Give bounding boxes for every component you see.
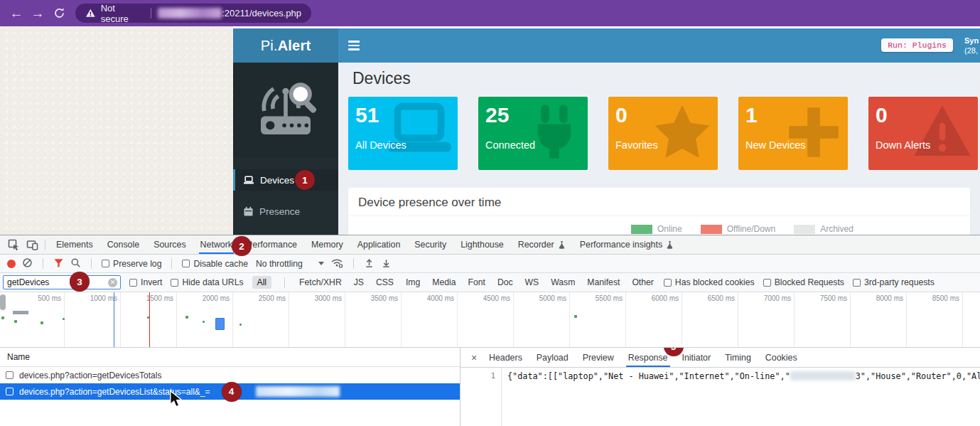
third-party-requests-checkbox[interactable]: 3rd-party requests [853, 277, 935, 287]
resource-type-css[interactable]: CSS [375, 276, 395, 289]
throttling-value: No throttling [256, 259, 303, 269]
devtools-tab-security[interactable]: Security [407, 235, 453, 254]
resource-type-font[interactable]: Font [467, 276, 487, 289]
devtools-tab-network[interactable]: Network2 [193, 235, 239, 254]
checkbox[interactable] [6, 388, 14, 395]
forward-button[interactable]: → [27, 4, 48, 23]
network-conditions-button[interactable] [330, 257, 343, 270]
preserve-log-checkbox[interactable]: Preserve log [102, 259, 161, 269]
record-button[interactable] [7, 260, 16, 268]
address-bar[interactable]: Not secure :20211/devices.php [75, 4, 311, 23]
timeline-gridline [513, 292, 514, 348]
resource-type-media[interactable]: Media [431, 276, 457, 289]
resource-type-fetch-xhr[interactable]: Fetch/XHR [298, 276, 343, 289]
card-label: New Devices [745, 139, 841, 151]
resource-type-manifest[interactable]: Manifest [586, 276, 621, 289]
resource-type-img[interactable]: Img [404, 276, 421, 289]
devtools-tab-elements[interactable]: Elements [49, 235, 100, 254]
throttling-select[interactable]: No throttling [256, 259, 324, 269]
sidebar-toggle-button[interactable] [338, 28, 370, 63]
checkbox[interactable] [763, 279, 771, 287]
invert-checkbox[interactable]: Invert [129, 277, 162, 287]
network-overview-timeline[interactable]: 500 ms1000 ms1500 ms2000 ms2500 ms3000 m… [0, 292, 980, 348]
redacted-json-value [790, 371, 856, 380]
detail-tab-list: HeadersPayloadPreviewResponse5InitiatorT… [482, 348, 804, 367]
clear-filter-icon[interactable]: ✕ [108, 278, 117, 287]
app-logo[interactable]: Pi.Alert [233, 28, 338, 63]
checkbox[interactable] [171, 279, 178, 287]
checkbox[interactable] [129, 279, 137, 287]
detail-tab-timing[interactable]: Timing [718, 348, 758, 367]
clear-button[interactable] [22, 257, 33, 270]
checkbox[interactable] [853, 279, 861, 287]
request-row-selected[interactable]: devices.php?action=getDevicesList&status… [0, 383, 460, 400]
timeline-mark-dot [203, 321, 205, 323]
resource-type-other[interactable]: Other [630, 276, 655, 289]
filter-input[interactable] [3, 275, 121, 289]
devtools-tab-application[interactable]: Application [350, 235, 408, 254]
resource-type-js[interactable]: JS [352, 276, 365, 289]
timeline-tick-label: 3500 ms [347, 294, 398, 302]
card-new-devices[interactable]: 1 New Devices [738, 97, 848, 170]
devtools-tab-performance-insights[interactable]: Performance insights [573, 235, 681, 254]
hide-data-urls-checkbox[interactable]: Hide data URLs [171, 277, 243, 287]
detail-tab-bar: × HeadersPayloadPreviewResponse5Initiato… [461, 348, 980, 368]
card-connected[interactable]: 25 Connected [478, 97, 588, 170]
network-filter-bar: ✕ 3 Invert Hide data URLs AllFetch/XHRJS… [0, 273, 980, 292]
resource-type-doc[interactable]: Doc [496, 276, 515, 289]
devtools-tab-console[interactable]: Console [100, 235, 146, 254]
response-body[interactable]: {"data":[["laptop","Net - Huawei","Inter… [502, 368, 980, 426]
devtools-tab-memory[interactable]: Memory [304, 235, 350, 254]
clear-icon [22, 257, 33, 268]
separator [284, 277, 285, 288]
card-favorites[interactable]: 0 Favorites [608, 97, 718, 170]
device-toolbar-button[interactable] [23, 236, 41, 253]
detail-tab-cookies[interactable]: Cookies [758, 348, 804, 367]
disable-cache-checkbox[interactable]: Disable cache [182, 259, 248, 269]
tab-label: Elements [56, 240, 93, 250]
filter-toggle-button[interactable] [53, 257, 64, 270]
devtools-tab-recorder[interactable]: Recorder [511, 235, 573, 254]
request-row[interactable]: devices.php?action=getDevicesTotals [0, 367, 460, 383]
checkbox-label: Invert [141, 277, 162, 287]
resource-type-wasm[interactable]: Wasm [549, 276, 576, 289]
detail-tab-response[interactable]: Response5 [621, 348, 675, 367]
checkbox-label: Blocked Requests [775, 277, 844, 287]
export-har-button[interactable] [381, 257, 392, 270]
close-icon[interactable]: × [466, 352, 482, 363]
devtools-tab-lighthouse[interactable]: Lighthouse [453, 235, 511, 254]
run-plugins-button[interactable]: Run: Plugins [881, 38, 953, 52]
sidebar-item-devices[interactable]: Devices 1 [233, 169, 338, 191]
timeline-gridline [64, 292, 65, 348]
checkbox[interactable] [6, 371, 14, 379]
checkbox[interactable] [664, 279, 672, 287]
timeline-mark-vline [149, 292, 150, 348]
checkbox[interactable] [102, 260, 109, 267]
import-har-button[interactable] [364, 257, 375, 270]
filter-input-wrap: ✕ 3 [3, 275, 121, 289]
detail-tab-payload[interactable]: Payload [529, 348, 576, 367]
request-table-header[interactable]: Name [0, 348, 460, 367]
upload-icon [364, 257, 375, 268]
plus-icon [782, 101, 845, 164]
sidebar-item-presence[interactable]: Presence [233, 201, 338, 222]
inspect-element-button[interactable] [4, 236, 23, 253]
separator [353, 258, 354, 269]
checkbox-label: Hide data URLs [182, 277, 243, 287]
card-all-devices[interactable]: 51 All Devices [348, 97, 458, 170]
detail-tab-preview[interactable]: Preview [576, 348, 621, 367]
search-button[interactable] [70, 257, 81, 270]
timeline-gridline [682, 292, 682, 348]
blocked-requests-checkbox[interactable]: Blocked Requests [763, 277, 844, 287]
resource-type-ws[interactable]: WS [524, 276, 541, 289]
request-detail-panel: × HeadersPayloadPreviewResponse5Initiato… [461, 348, 980, 426]
back-button[interactable]: ← [6, 4, 27, 23]
checkbox[interactable] [182, 260, 190, 267]
has-blocked-cookies-checkbox[interactable]: Has blocked cookies [664, 277, 755, 287]
resource-type-all[interactable]: All [252, 276, 272, 289]
detail-tab-headers[interactable]: Headers [482, 348, 529, 367]
plug-icon [524, 101, 585, 165]
devtools-tab-sources[interactable]: Sources [146, 235, 193, 254]
refresh-button[interactable] [48, 4, 70, 23]
card-down-alerts[interactable]: 0 Down Alerts [868, 97, 978, 170]
